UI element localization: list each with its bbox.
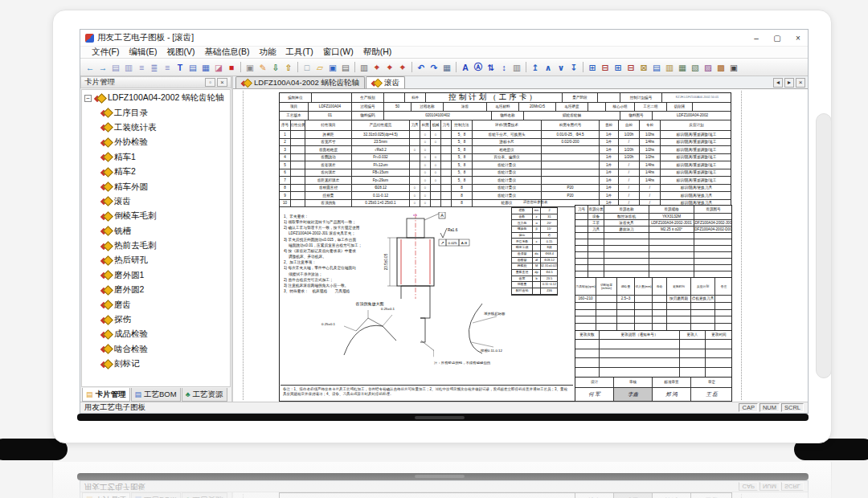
drawing-canvas[interactable]: 滚齿齿轮参数表 1、装夹要求：1) 领取零件时核对流转卡与产品图号一致；2) 确… bbox=[233, 89, 808, 402]
align-right-icon[interactable]: ≡ bbox=[161, 61, 174, 74]
align-left-icon[interactable]: ≡ bbox=[135, 61, 148, 74]
menu-item[interactable]: 窗口(W) bbox=[318, 47, 358, 58]
delete-block-icon[interactable]: ■ bbox=[225, 61, 238, 74]
print-icon[interactable]: ▤ bbox=[339, 61, 352, 74]
outer-scrollbar[interactable] bbox=[816, 113, 832, 378]
redo-icon[interactable]: ↷ bbox=[428, 61, 440, 74]
export-icon[interactable]: ⇧ bbox=[282, 61, 295, 74]
panel-close-button[interactable]: × bbox=[217, 78, 227, 87]
delete-col-icon[interactable]: ⊟ bbox=[624, 61, 637, 74]
paste-style-icon[interactable]: ▥ bbox=[122, 61, 135, 74]
scroll-bottom-icon[interactable]: ↧ bbox=[567, 61, 580, 74]
tree-item[interactable]: 滚齿 bbox=[82, 194, 230, 209]
insert-row-icon[interactable]: ⊞ bbox=[586, 61, 599, 74]
tree-item[interactable]: 倒棱车毛刺 bbox=[82, 209, 230, 223]
maximize-button[interactable]: ▢ bbox=[772, 34, 782, 43]
circled-text-icon[interactable]: Ⓐ bbox=[472, 61, 485, 74]
menu-item[interactable]: 视图(V) bbox=[162, 47, 199, 58]
undo-icon[interactable]: ↶ bbox=[415, 61, 428, 74]
menu-item[interactable]: 功能 bbox=[254, 47, 280, 58]
open-file-icon[interactable]: ▱ bbox=[313, 61, 326, 74]
tree-item[interactable]: 磨外圆1 bbox=[82, 268, 230, 283]
cell: 齿轮计量仪 bbox=[473, 169, 542, 177]
menu-item[interactable]: 编辑(E) bbox=[124, 47, 162, 58]
tree-item[interactable]: 外协检验 bbox=[82, 135, 230, 149]
merge-cells-icon[interactable]: ▦ bbox=[676, 61, 689, 74]
scroll-up-icon[interactable]: ∧ bbox=[542, 61, 555, 74]
zoom-fit-icon[interactable]: ⌖ bbox=[396, 61, 409, 74]
copy-style-icon[interactable]: ▤ bbox=[109, 61, 122, 74]
tab-scroll-right-icon[interactable]: ▸ bbox=[784, 78, 794, 88]
tree-item[interactable]: 铣槽 bbox=[82, 224, 230, 239]
stamp-icon[interactable]: ▥ bbox=[510, 61, 523, 74]
minimize-button[interactable]: – bbox=[751, 34, 761, 43]
cut-row-icon[interactable]: ⊠ bbox=[637, 61, 650, 74]
menu-item[interactable]: 帮助(H) bbox=[358, 47, 397, 58]
expand-icon[interactable]: − bbox=[84, 95, 92, 102]
document-tab[interactable]: LDFZ100A04-2002 蜗轮齿轮轴 bbox=[235, 76, 365, 88]
cell: 进给量 bbox=[617, 278, 635, 295]
insert-image-icon[interactable]: ▦ bbox=[199, 61, 212, 74]
back-icon[interactable]: ← bbox=[84, 61, 96, 74]
delete-row-icon[interactable]: ⊟ bbox=[599, 61, 612, 74]
vertical-text-icon[interactable]: ⇅ bbox=[485, 61, 497, 74]
cell-edit-icon[interactable]: ▤ bbox=[186, 61, 199, 74]
document-tab[interactable]: 滚齿 bbox=[366, 76, 405, 88]
properties-icon[interactable]: ▣ bbox=[727, 61, 740, 74]
tree-item[interactable]: 啮合检验 bbox=[82, 342, 230, 357]
tree-item[interactable]: 精车外圆 bbox=[82, 179, 230, 194]
cell: 0.11~0.12 bbox=[541, 282, 558, 288]
tab-scroll-left-icon[interactable]: ◂ bbox=[773, 78, 783, 88]
tree-item[interactable]: 精车1 bbox=[82, 150, 230, 165]
panel-tab-卡片管理[interactable]: ▤卡片管理 bbox=[82, 388, 130, 402]
panel-tab-工艺资源[interactable]: ♣工艺资源 bbox=[182, 388, 227, 402]
font-icon[interactable]: A bbox=[459, 61, 472, 74]
tree-item[interactable]: 热前去毛刺 bbox=[82, 239, 230, 253]
menu-item[interactable]: 文件(F) bbox=[87, 47, 124, 58]
save-icon[interactable]: ▣ bbox=[326, 61, 339, 74]
pencil-icon[interactable]: ✎ bbox=[256, 61, 269, 74]
align-center-icon[interactable]: ≣ bbox=[148, 61, 161, 74]
tree-item[interactable]: 成品检验 bbox=[82, 327, 230, 341]
clipboard-icon[interactable]: ▩ bbox=[714, 61, 727, 74]
insert-col-icon[interactable]: ⊞ bbox=[612, 61, 624, 74]
new-file-icon[interactable]: □ bbox=[301, 61, 313, 74]
panel-tab-工艺BOM[interactable]: ▤工艺BOM bbox=[131, 388, 181, 402]
tab-close-icon[interactable]: × bbox=[796, 78, 805, 88]
title-bar[interactable]: 用友工艺电子图板 - [滚齿] – ▢ × bbox=[80, 30, 808, 46]
import-icon[interactable]: ⇩ bbox=[269, 61, 282, 74]
cell: 4 bbox=[280, 154, 291, 161]
menu-item[interactable]: 工具(T) bbox=[280, 47, 317, 58]
scroll-top-icon[interactable]: ↥ bbox=[529, 61, 542, 74]
zoom-in-icon[interactable]: ⌖ bbox=[371, 61, 383, 74]
text-direction-icon[interactable]: ↕ bbox=[497, 61, 510, 74]
tree-item[interactable]: 工序目录 bbox=[82, 105, 230, 120]
tree-item[interactable]: 探伤 bbox=[82, 312, 230, 327]
text-tool-icon[interactable]: T bbox=[174, 61, 186, 74]
cell: z bbox=[533, 214, 541, 220]
tree-item[interactable]: 刻标记 bbox=[82, 357, 230, 371]
tree-item[interactable]: 磨外圆2 bbox=[82, 283, 230, 297]
capture-icon[interactable]: ▣ bbox=[244, 61, 256, 74]
cell: 1件 bbox=[600, 177, 619, 184]
card-icon bbox=[101, 360, 111, 369]
close-button[interactable]: × bbox=[793, 34, 803, 43]
print-preview-icon[interactable]: ▥ bbox=[358, 61, 371, 74]
zoom-out-icon[interactable]: ⌖ bbox=[383, 61, 396, 74]
fill-cells-icon[interactable]: ▨ bbox=[702, 61, 714, 74]
eraser-icon[interactable]: ◪ bbox=[212, 61, 225, 74]
paste-row-icon[interactable]: ▥ bbox=[663, 61, 676, 74]
tree-root-item[interactable]: −LDFZ100A04-2002 蜗轮齿轮轴 bbox=[82, 91, 230, 105]
tree-item[interactable]: 精车2 bbox=[82, 165, 230, 179]
table-icon[interactable]: ▦ bbox=[440, 61, 453, 74]
cell bbox=[575, 358, 600, 367]
scroll-down-icon[interactable]: ∨ bbox=[555, 61, 567, 74]
tree-item[interactable]: 工装统计表 bbox=[82, 120, 230, 135]
tree-item[interactable]: 热后研孔 bbox=[82, 253, 230, 267]
tree-item[interactable]: 磨齿 bbox=[82, 297, 230, 312]
copy-row-icon[interactable]: ▤ bbox=[650, 61, 663, 74]
panel-pin-button[interactable]: ▫ bbox=[205, 78, 215, 87]
split-cells-icon[interactable]: ▧ bbox=[689, 61, 702, 74]
menu-item[interactable]: 基础信息(B) bbox=[199, 47, 254, 58]
forward-icon[interactable]: → bbox=[96, 61, 109, 74]
